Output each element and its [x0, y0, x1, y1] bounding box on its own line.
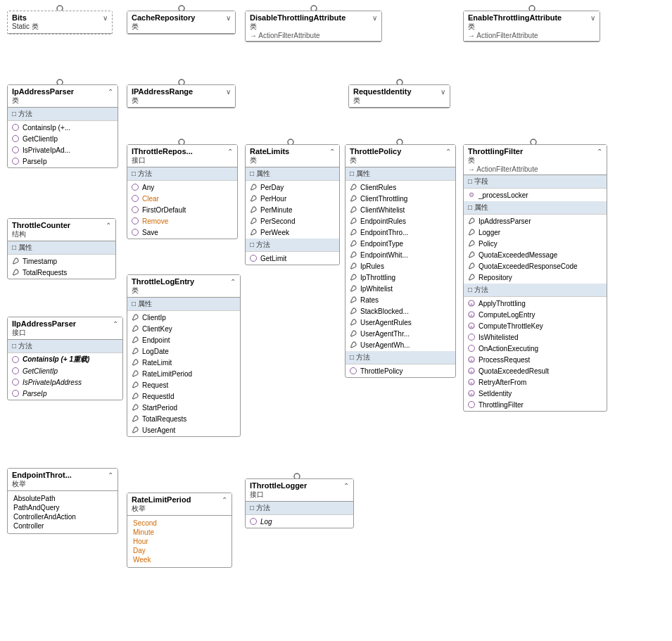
ithrottle-repos-methods: Any Clear FirstOrDefault Remove Save — [127, 181, 237, 239]
throttle-counter-type: 结构 — [12, 229, 111, 239]
ip-address-range-box: IPAddressRange ∨ 类 — [127, 84, 236, 108]
wrench-icon — [467, 216, 476, 226]
rate-limits-type: 类 — [250, 156, 335, 165]
item-label: ComputeThrottleKey — [478, 322, 543, 330]
rate-limits-title: RateLimits — [250, 147, 289, 156]
throttling-filter-box: ThrottlingFilter ⌃ 类 → ActionFilterAttri… — [463, 144, 607, 412]
request-identity-expand[interactable]: ∨ — [440, 88, 445, 96]
list-item: RateLimit — [127, 357, 240, 368]
svg-text:a: a — [470, 313, 473, 317]
svg-text:a: a — [470, 324, 473, 329]
list-item: Second — [133, 519, 226, 528]
throttle-log-entry-props-header: □ 属性 — [127, 298, 240, 311]
item-label: Repository — [478, 274, 512, 281]
item-label: StartPeriod — [142, 404, 177, 412]
bits-expand[interactable]: ∨ — [103, 14, 108, 22]
disable-throttling-box: DisableThrottlingAttribute ∨ 类 → ActionF… — [245, 11, 382, 42]
rate-limits-props: PerDay PerHour PerMinute PerSecond — [246, 181, 339, 239]
item-label: EndpointThro... — [360, 229, 408, 236]
ip-address-parser-expand[interactable]: ⌃ — [108, 88, 113, 96]
item-label: TotalRequests — [142, 415, 186, 423]
circle-icon — [248, 516, 258, 526]
list-item: Logger — [464, 227, 607, 238]
list-item: a QuotaExceededResult — [464, 365, 607, 376]
list-item: UserAgentWh... — [345, 339, 455, 350]
throttle-counter-header: ThrottleCounter ⌃ 结构 — [8, 219, 115, 241]
throttle-policy-header: ThrottlePolicy ⌃ 类 — [345, 145, 455, 167]
ip-address-parser-methods-header: □ 方法 — [8, 108, 118, 121]
list-item: IsWhitelisted — [464, 331, 607, 343]
throttling-filter-methods: a ApplyThrottling a ComputeLogEntry a Co… — [464, 297, 607, 411]
item-label: OnActionExecuting — [478, 345, 538, 353]
list-item: a SetIdentity — [464, 388, 607, 399]
circle-icon — [130, 205, 140, 215]
circle-icon — [130, 227, 140, 237]
item-label: UserAgentWh... — [360, 341, 410, 349]
disable-throttling-expand[interactable]: ∨ — [372, 14, 377, 22]
item-label: ClientRules — [360, 184, 396, 191]
wrench-icon — [130, 391, 140, 401]
enable-throttling-title: EnableThrottlingAttribute — [468, 13, 562, 22]
item-label: UserAgent — [142, 426, 175, 434]
throttle-policy-expand[interactable]: ⌃ — [445, 148, 451, 156]
circle-a-icon: a — [467, 388, 476, 398]
circle-icon — [467, 400, 476, 410]
wrench-icon — [130, 346, 140, 356]
endpoint-throt-expand[interactable]: ⌃ — [108, 471, 113, 479]
ithrottle-repos-methods-header: □ 方法 — [127, 167, 237, 181]
throttle-counter-expand[interactable]: ⌃ — [106, 222, 111, 229]
wrench-icon — [130, 357, 140, 367]
throttling-filter-title: ThrottlingFilter — [468, 147, 523, 156]
circle-a-icon: a — [467, 377, 476, 387]
ip-address-range-expand[interactable]: ∨ — [226, 88, 231, 96]
rate-limits-box: RateLimits ⌃ 类 □ 属性 PerDay PerHour — [245, 144, 340, 265]
list-item: ParseIp — [8, 156, 118, 167]
list-item: StartPeriod — [127, 402, 240, 413]
throttling-filter-expand[interactable]: ⌃ — [597, 148, 602, 156]
list-item: UserAgentRules — [345, 317, 455, 328]
list-item: QuotaExceededResponseCode — [464, 260, 607, 272]
wrench-icon — [348, 205, 358, 215]
rate-limit-period-expand[interactable]: ⌃ — [222, 496, 227, 504]
list-item: GetClientIp — [8, 365, 122, 376]
item-label: IpAddressParser — [478, 217, 531, 225]
ithrottle-repos-header: IThrottleRepos... ⌃ 接口 — [127, 145, 237, 167]
wrench-icon — [467, 239, 476, 248]
svg-text:a: a — [470, 369, 473, 374]
list-item: Any — [127, 182, 237, 193]
list-item: Repository — [464, 272, 607, 283]
endpoint-throt-title: EndpointThrot... — [12, 471, 72, 479]
ip-address-range-header: IPAddressRange ∨ 类 — [127, 85, 235, 108]
enable-throttling-expand[interactable]: ∨ — [590, 14, 595, 22]
cache-repository-expand[interactable]: ∨ — [226, 14, 231, 22]
item-label: GetLimit — [260, 255, 286, 262]
ithrottle-logger-methods: Log — [246, 515, 353, 528]
disable-throttling-title: DisableThrottlingAttribute — [250, 13, 345, 22]
iip-address-parser-title: IIpAddressParser — [12, 319, 76, 328]
item-label: Clear — [142, 195, 159, 203]
circle-icon — [130, 216, 140, 226]
wrench-icon — [248, 205, 258, 215]
wrench-icon — [348, 227, 358, 237]
ithrottle-logger-expand[interactable]: ⌃ — [343, 482, 349, 490]
ithrottle-logger-type: 接口 — [250, 490, 349, 500]
bits-title: Bits — [12, 13, 27, 22]
list-item: RequestId — [127, 391, 240, 402]
item-label: LogDate — [142, 348, 169, 355]
list-item: Hour — [133, 537, 226, 546]
iip-address-parser-box: IIpAddressParser ⌃ 接口 □ 方法 ContainsIp (+… — [7, 317, 123, 400]
list-item: Rates — [345, 294, 455, 305]
item-label: Policy — [478, 240, 497, 248]
list-item: PerDay — [246, 182, 339, 193]
throttle-log-entry-expand[interactable]: ⌃ — [230, 278, 236, 286]
list-item: ThrottlingFilter — [464, 399, 607, 410]
list-item: IpRules — [345, 260, 455, 272]
rate-limits-expand[interactable]: ⌃ — [329, 148, 335, 156]
list-item: IpThrottling — [345, 272, 455, 283]
iip-address-parser-expand[interactable]: ⌃ — [113, 320, 118, 328]
throttle-log-entry-header: ThrottleLogEntry ⌃ 类 — [127, 275, 240, 298]
circle-a-icon: a — [467, 310, 476, 319]
rate-limits-props-header: □ 属性 — [246, 167, 339, 181]
ithrottle-repos-expand[interactable]: ⌃ — [227, 148, 233, 156]
list-item: Remove — [127, 215, 237, 227]
